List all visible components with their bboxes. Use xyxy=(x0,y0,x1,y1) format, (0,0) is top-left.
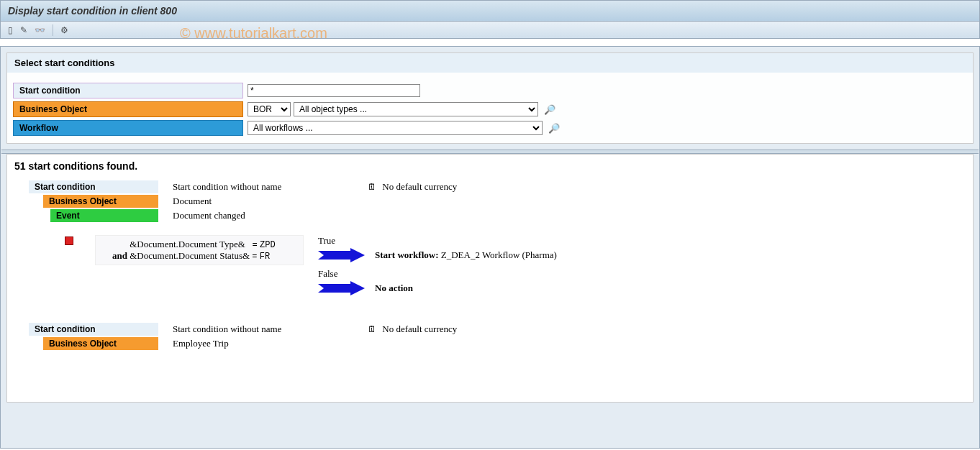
cond-start-label: Start condition xyxy=(29,323,158,336)
cond-event-value: Document changed xyxy=(173,210,245,221)
business-object-label: Business Object xyxy=(13,101,243,117)
filter-header: Select start conditions xyxy=(7,53,973,73)
workflow-label: Workflow xyxy=(13,120,243,136)
new-icon[interactable]: ▯ xyxy=(8,25,13,35)
true-outcome: Start workflow: Z_DEA_2 Workflow (Pharma… xyxy=(375,249,557,261)
cond-bo-label: Business Object xyxy=(43,195,158,208)
start-condition-label: Start condition xyxy=(13,83,243,98)
cond-event-label: Event xyxy=(50,209,158,222)
workflow-row: Workflow All workflows ... 🔎 xyxy=(13,120,967,136)
start-condition-row: Start condition xyxy=(13,83,967,98)
logic-box: &Document.Document Type& = ZPD and &Docu… xyxy=(65,235,966,301)
glasses-icon[interactable]: 👓 xyxy=(35,25,45,35)
cond-bo-value: Employee Trip xyxy=(173,338,229,349)
bor-select[interactable]: BOR xyxy=(248,102,291,116)
results-panel: 51 start conditions found. Start conditi… xyxy=(6,154,974,403)
binoculars-icon[interactable]: 🔎 xyxy=(544,104,555,115)
cond-start-label: Start condition xyxy=(29,180,158,193)
currency-text: No default currency xyxy=(382,181,457,193)
object-types-select[interactable]: All object types ... xyxy=(294,102,538,116)
arrow-false-icon xyxy=(318,281,365,295)
condition-block: Start condition Start condition without … xyxy=(14,180,966,301)
cond-start-value: Start condition without name xyxy=(173,181,281,193)
outcome-column: True Start workflow: Z_DEA_2 Workflow (P… xyxy=(318,235,557,301)
workflow-select[interactable]: All workflows ... xyxy=(248,121,543,135)
condition-block: Start condition Start condition without … xyxy=(14,323,966,350)
currency-icon: 🗓 xyxy=(368,182,376,192)
currency-text: No default currency xyxy=(382,323,457,335)
start-condition-input[interactable] xyxy=(248,84,420,97)
business-object-row: Business Object BOR All object types ...… xyxy=(13,101,967,117)
false-label: False xyxy=(318,268,557,280)
toolbar-separator xyxy=(53,24,53,36)
cond-bo-value: Document xyxy=(173,196,212,207)
cond-bo-label: Business Object xyxy=(43,337,158,350)
main-panel: Select start conditions Start condition … xyxy=(0,46,980,449)
window-title: Display start condition in client 800 xyxy=(0,0,980,22)
true-label: True xyxy=(318,235,557,247)
filter-section: Select start conditions Start condition … xyxy=(6,52,974,144)
binoculars-icon[interactable]: 🔎 xyxy=(548,123,560,134)
condition-expression: &Document.Document Type& = ZPD and &Docu… xyxy=(95,235,304,265)
results-count: 51 start conditions found. xyxy=(14,160,966,172)
toolbar: ▯ ✎ 👓 ⚙ xyxy=(0,22,980,39)
currency-icon: 🗓 xyxy=(368,324,376,334)
error-icon[interactable] xyxy=(65,237,73,245)
false-outcome: No action xyxy=(375,283,413,294)
settings-icon[interactable]: ⚙ xyxy=(60,25,68,35)
arrow-true-icon xyxy=(318,248,365,262)
edit-icon[interactable]: ✎ xyxy=(20,25,27,35)
cond-start-value: Start condition without name xyxy=(173,323,281,335)
